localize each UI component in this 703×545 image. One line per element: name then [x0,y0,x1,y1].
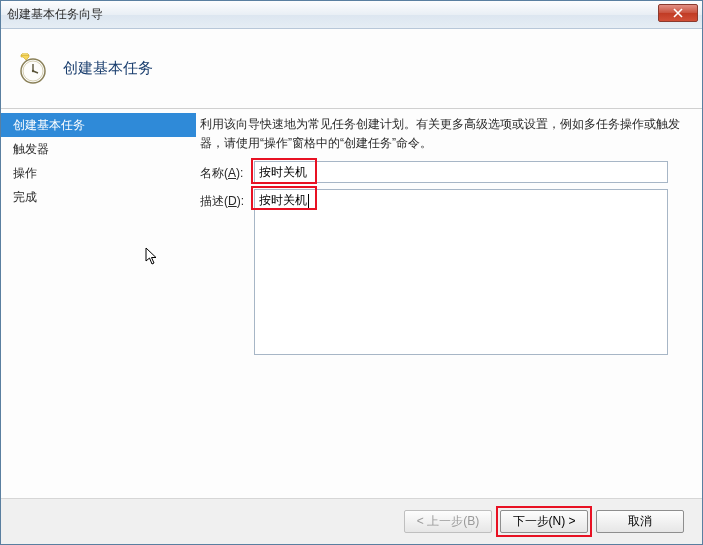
svg-point-4 [32,69,34,71]
close-icon [673,8,683,18]
titlebar: 创建基本任务向导 [1,1,702,29]
wizard-window: 创建基本任务向导 创建基本任务 创建基本任务 触发器 操作 完成 [0,0,703,545]
sidebar-item-action[interactable]: 操作 [1,161,196,185]
next-button[interactable]: 下一步(N) > [500,510,588,533]
content-panel: 利用该向导快速地为常见任务创建计划。有关更多高级选项或设置，例如多任务操作或触发… [196,109,702,498]
window-title: 创建基本任务向导 [7,6,103,23]
close-button[interactable] [658,4,698,22]
name-row: 名称(A): [200,161,688,183]
sidebar-item-create[interactable]: 创建基本任务 [1,113,196,137]
wizard-body: 创建基本任务 触发器 操作 完成 利用该向导快速地为常见任务创建计划。有关更多高… [1,109,702,498]
description-label: 描述(D): [200,189,254,210]
footer: < 上一步(B) 下一步(N) > 取消 [1,498,702,544]
sidebar-item-finish[interactable]: 完成 [1,185,196,209]
description-input[interactable]: 按时关机 [254,189,668,355]
cancel-button[interactable]: 取消 [596,510,684,533]
text-caret [308,194,309,208]
name-input[interactable] [254,161,668,183]
sidebar-item-label: 触发器 [13,142,49,156]
intro-text: 利用该向导快速地为常见任务创建计划。有关更多高级选项或设置，例如多任务操作或触发… [200,115,688,153]
sidebar: 创建基本任务 触发器 操作 完成 [1,109,196,498]
sidebar-item-label: 创建基本任务 [13,118,85,132]
sidebar-item-trigger[interactable]: 触发器 [1,137,196,161]
sidebar-item-label: 操作 [13,166,37,180]
clock-icon [17,53,49,85]
name-label: 名称(A): [200,161,254,182]
back-button: < 上一步(B) [404,510,492,533]
header-title: 创建基本任务 [63,59,153,78]
description-row: 描述(D): 按时关机 [200,189,688,355]
wizard-header: 创建基本任务 [1,29,702,109]
sidebar-item-label: 完成 [13,190,37,204]
